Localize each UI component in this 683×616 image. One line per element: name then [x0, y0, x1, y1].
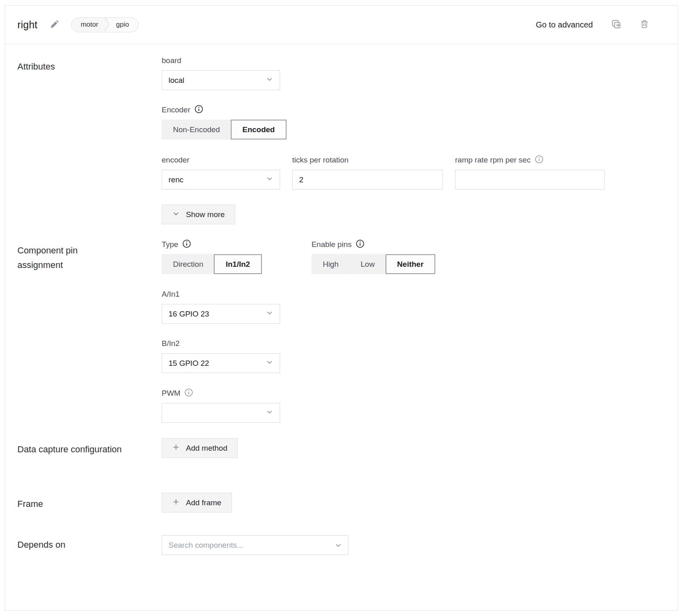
- pwm-label: PWM: [162, 389, 180, 398]
- row-pwm: PWM: [17, 388, 666, 423]
- duplicate-button[interactable]: [611, 19, 622, 31]
- toggle-direction[interactable]: Direction: [162, 254, 215, 274]
- row-a-in1: A/In1 16 GPIO 23: [17, 289, 666, 324]
- a-in1-label: A/In1: [162, 290, 179, 299]
- row-frame: Frame Add frame: [17, 493, 666, 513]
- show-more-label: Show more: [186, 210, 225, 219]
- tag-gpio: gpio: [108, 18, 138, 32]
- section-label-pin-assignment: Component pin assignment: [17, 239, 122, 272]
- chevron-down-icon: [266, 76, 273, 85]
- info-icon[interactable]: [182, 239, 191, 250]
- ticks-per-rotation-input[interactable]: [292, 170, 443, 190]
- b-in2-select[interactable]: 15 GPIO 22: [162, 353, 280, 373]
- toggle-in1-in2[interactable]: In1/In2: [214, 254, 261, 274]
- enable-pins-label: Enable pins: [312, 240, 352, 249]
- row-board: Attributes board local: [17, 55, 666, 90]
- enable-pins-toggle: High Low Neither: [312, 254, 435, 274]
- duplicate-icon: [611, 19, 622, 31]
- card-body: Attributes board local: [5, 44, 678, 555]
- depends-on-search-input[interactable]: [162, 535, 348, 555]
- pencil-icon: [50, 19, 60, 30]
- type-label: Type: [162, 240, 178, 249]
- section-label-attributes: Attributes: [17, 55, 122, 74]
- go-to-advanced-link[interactable]: Go to advanced: [536, 20, 593, 30]
- show-more-button[interactable]: Show more: [162, 205, 235, 224]
- tag-motor: motor: [72, 18, 106, 32]
- b-in2-select-value: 15 GPIO 22: [169, 359, 209, 368]
- header-actions: Go to advanced: [536, 19, 649, 31]
- b-in2-label: B/In2: [162, 339, 179, 348]
- section-label-frame: Frame: [17, 493, 122, 511]
- add-method-label: Add method: [186, 444, 227, 453]
- info-icon[interactable]: [184, 388, 193, 399]
- chevron-down-icon: [266, 175, 273, 184]
- board-select[interactable]: local: [162, 70, 280, 90]
- depends-on-select: [162, 535, 348, 555]
- trash-icon: [639, 19, 649, 30]
- encoder-label: encoder: [162, 156, 190, 165]
- add-method-button[interactable]: Add method: [162, 438, 238, 458]
- chevron-down-icon: [266, 408, 273, 418]
- toggle-neither[interactable]: Neither: [386, 254, 435, 274]
- card-header: right motor gpio Go to advanced: [5, 6, 678, 44]
- component-type-tags: motor gpio: [71, 17, 139, 32]
- row-pin-toggles: Component pin assignment Type: [17, 239, 666, 274]
- toggle-encoded[interactable]: Encoded: [231, 120, 287, 139]
- info-icon[interactable]: [356, 239, 365, 250]
- encoder-mode-label: Encoder: [162, 105, 190, 114]
- type-toggle: Direction In1/In2: [162, 254, 262, 274]
- ramp-rate-input[interactable]: [455, 170, 605, 190]
- pwm-select[interactable]: [162, 403, 280, 423]
- row-b-in2: B/In2 15 GPIO 22: [17, 338, 666, 373]
- ramp-rate-label: ramp rate rpm per sec: [455, 156, 531, 165]
- toggle-low[interactable]: Low: [349, 254, 386, 274]
- edit-name-button[interactable]: [50, 19, 60, 30]
- chevron-down-icon: [266, 359, 273, 368]
- row-show-more: Show more: [17, 205, 666, 224]
- board-select-value: local: [169, 76, 184, 85]
- board-label: board: [162, 56, 181, 65]
- toggle-non-encoded[interactable]: Non-Encoded: [162, 120, 231, 139]
- component-config-card: right motor gpio Go to advanced: [5, 5, 678, 611]
- plus-icon: [172, 443, 180, 453]
- add-frame-button[interactable]: Add frame: [162, 493, 232, 513]
- row-data-capture: Data capture configuration Add method: [17, 438, 666, 458]
- section-label-data-capture: Data capture configuration: [17, 438, 122, 457]
- toggle-high[interactable]: High: [312, 254, 350, 274]
- row-encoder-mode: Encoder Non-Encoded Encoded: [17, 105, 666, 139]
- encoder-select-value: renc: [169, 175, 183, 184]
- row-encoder-fields: encoder renc ticks per rotation: [17, 155, 666, 190]
- info-icon[interactable]: [194, 105, 203, 116]
- chevron-down-icon: [172, 210, 180, 219]
- row-depends-on: Depends on: [17, 535, 666, 555]
- section-label-depends-on: Depends on: [17, 535, 122, 552]
- encoder-mode-toggle: Non-Encoded Encoded: [162, 120, 287, 139]
- a-in1-select-value: 16 GPIO 23: [169, 310, 209, 319]
- delete-button[interactable]: [639, 19, 649, 30]
- ticks-per-rotation-label: ticks per rotation: [292, 156, 348, 165]
- encoder-select[interactable]: renc: [162, 170, 280, 190]
- a-in1-select[interactable]: 16 GPIO 23: [162, 304, 280, 324]
- plus-icon: [172, 498, 180, 508]
- component-title: right: [17, 19, 38, 31]
- chevron-down-icon: [266, 309, 273, 319]
- info-icon[interactable]: [535, 155, 544, 166]
- add-frame-label: Add frame: [186, 498, 221, 507]
